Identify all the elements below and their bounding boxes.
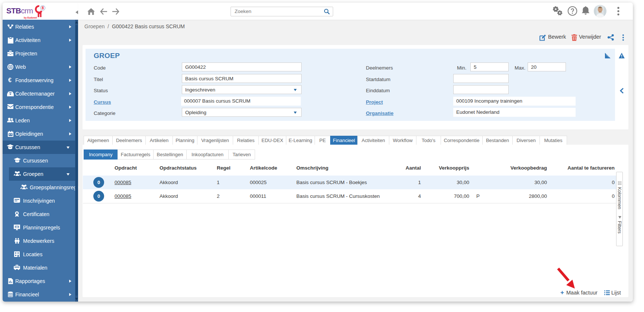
svg-text:8: 8 xyxy=(42,6,44,10)
